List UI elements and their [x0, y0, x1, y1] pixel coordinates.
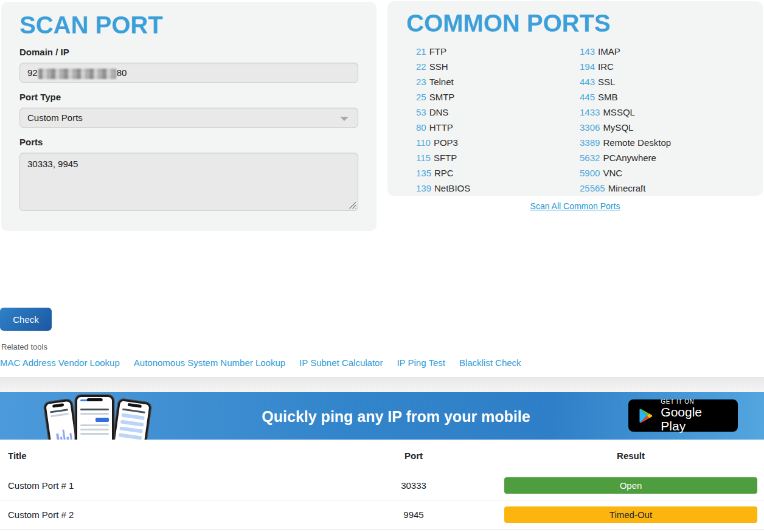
port-number: 80 [416, 122, 426, 133]
port-number: 25565 [580, 183, 605, 193]
result-cell: Open [504, 477, 757, 494]
google-play-icon [637, 407, 654, 424]
domain-ip-label: Domain / IP [19, 47, 377, 57]
scan-all-common-ports-link[interactable]: Scan All Common Ports [387, 201, 763, 211]
google-play-label: Google Play [661, 405, 729, 433]
port-type-select[interactable]: Custom Ports [19, 108, 358, 128]
port-item: 443SSL [580, 77, 763, 87]
port-item: 53DNS [416, 107, 580, 117]
table-row: Custom Port # 1 30333 Open [0, 471, 764, 500]
header-title: Title [0, 451, 365, 461]
port-item: 25SMTP [416, 92, 580, 102]
port-name: SFTP [434, 153, 457, 163]
port-name: Minecraft [608, 183, 646, 193]
port-number: 5900 [580, 168, 600, 178]
port-name: FTP [429, 46, 446, 57]
ports-value: 30333, 9945 [27, 159, 78, 169]
port-name: RPC [434, 168, 454, 178]
domain-ip-input[interactable]: 9280 [19, 63, 358, 83]
port-item: 115SFTP [416, 153, 580, 163]
port-name: PCAnywhere [603, 153, 656, 163]
port-number: 443 [580, 77, 595, 87]
port-number: 445 [580, 92, 595, 102]
port-item: 22SSH [416, 61, 580, 72]
table-row: Custom Port # 2 9945 Timed-Out [0, 500, 764, 530]
port-item: 1433MSSQL [580, 107, 763, 117]
results-header-row: Title Port Result [0, 440, 764, 471]
common-ports-panel: COMMON PORTS 21FTP 22SSH 23Telnet 25SMTP… [387, 1, 763, 196]
result-cell: Timed-Out [504, 506, 757, 523]
phone-mockup-center [75, 395, 114, 440]
port-number: 135 [416, 168, 431, 178]
port-item: 110POP3 [416, 137, 580, 148]
port-item: 5632PCAnywhere [580, 153, 763, 163]
port-name: NetBIOS [434, 183, 470, 193]
port-item: 139NetBIOS [416, 183, 580, 193]
port-item: 3306MySQL [580, 122, 763, 133]
result-title-cell: Custom Port # 2 [0, 510, 365, 520]
port-name: SMB [598, 92, 618, 102]
port-type-selected-value: Custom Ports [27, 112, 83, 123]
port-item: 135RPC [416, 168, 580, 178]
port-name: VNC [603, 168, 622, 178]
port-item: 21FTP [416, 46, 580, 57]
port-name: SSH [429, 61, 448, 72]
related-tools-links: MAC Address Vendor Lookup Autonomous Sys… [0, 358, 521, 368]
port-name: MSSQL [603, 107, 635, 117]
port-number: 21 [416, 46, 426, 57]
related-tool-link[interactable]: Blacklist Check [459, 358, 521, 368]
scan-port-page: SCAN PORT Domain / IP 9280 Port Type Cus… [0, 0, 764, 532]
port-number: 5632 [580, 153, 600, 163]
port-number: 3389 [580, 137, 600, 148]
port-name: DNS [429, 107, 449, 117]
port-name: MySQL [603, 122, 633, 133]
related-tool-link[interactable]: MAC Address Vendor Lookup [0, 358, 120, 368]
google-play-badge[interactable]: GET IT ON Google Play [628, 399, 738, 432]
related-tool-link[interactable]: Autonomous System Number Lookup [134, 358, 285, 368]
port-number: 115 [416, 153, 431, 163]
port-number: 25 [416, 92, 426, 102]
port-name: Remote Desktop [603, 137, 671, 148]
related-tool-link[interactable]: IP Subnet Calculator [299, 358, 383, 368]
common-ports-title: COMMON PORTS [406, 10, 763, 36]
port-item: 25565Minecraft [580, 183, 763, 193]
port-item: 143IMAP [580, 46, 763, 57]
divider-band [0, 377, 764, 392]
header-port: Port [365, 451, 462, 461]
scan-port-panel: SCAN PORT Domain / IP 9280 Port Type Cus… [1, 2, 377, 231]
redacted-ip-segment [38, 69, 116, 79]
port-number: 194 [580, 61, 595, 72]
resize-handle-icon[interactable] [349, 201, 356, 209]
port-number: 139 [416, 183, 431, 193]
google-play-badge-text: GET IT ON Google Play [661, 398, 729, 433]
ports-textarea[interactable]: 30333, 9945 [19, 153, 358, 211]
port-name: Telnet [429, 77, 454, 87]
port-number: 53 [416, 107, 426, 117]
related-tool-link[interactable]: IP Ping Test [397, 358, 445, 368]
port-item: 3389Remote Desktop [580, 137, 763, 148]
port-type-label: Port Type [19, 92, 377, 102]
port-name: SMTP [429, 92, 455, 102]
port-name: HTTP [429, 122, 453, 133]
port-number: 1433 [580, 107, 600, 117]
port-name: SSL [598, 77, 615, 87]
port-name: IMAP [598, 46, 620, 57]
common-ports-list: 21FTP 22SSH 23Telnet 25SMTP 53DNS 80HTTP… [416, 44, 763, 196]
port-number: 143 [580, 46, 595, 57]
header-result: Result [504, 451, 757, 461]
port-number: 23 [416, 77, 426, 87]
port-number: 22 [416, 61, 426, 72]
mobile-app-banner: Quickly ping any IP from your mobile GET… [0, 392, 764, 440]
get-it-on-label: GET IT ON [661, 398, 729, 405]
result-port-cell: 9945 [365, 510, 462, 520]
check-button[interactable]: Check [0, 308, 52, 331]
port-item: 5900VNC [580, 168, 763, 178]
scan-port-title: SCAN PORT [19, 12, 377, 38]
port-item: 445SMB [580, 92, 763, 102]
port-item: 23Telnet [416, 77, 580, 87]
scan-results-table: Title Port Result Custom Port # 1 30333 … [0, 440, 764, 530]
port-number: 3306 [580, 122, 600, 133]
domain-ip-value-prefix: 92 [27, 67, 38, 78]
status-badge: Open [504, 477, 757, 494]
result-port-cell: 30333 [365, 480, 462, 491]
